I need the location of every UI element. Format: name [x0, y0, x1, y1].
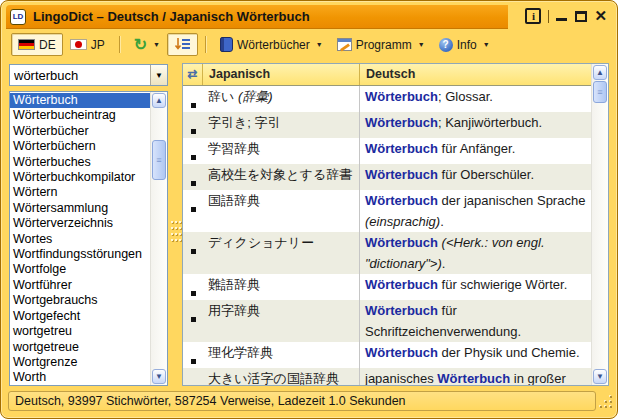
- row-bullet-icon: [183, 190, 203, 232]
- table-header: ⇄ Japanisch Deutsch: [183, 64, 591, 86]
- list-item[interactable]: Wortgebrauchs: [10, 293, 150, 308]
- list-item[interactable]: Wortes: [10, 232, 150, 247]
- book-icon: [220, 37, 233, 52]
- list-item[interactable]: Wörterbuches: [10, 155, 150, 170]
- chevron-down-icon[interactable]: ▼: [483, 41, 490, 48]
- search-combobox: ▼: [9, 64, 168, 86]
- japanese-flag-icon: [70, 39, 87, 50]
- japanese-cell: 大きい活字の国語辞典: [203, 368, 360, 385]
- combo-dropdown-button[interactable]: ▼: [150, 65, 167, 85]
- dictionaries-menu-button[interactable]: Wörterbücher ▼: [213, 33, 330, 56]
- scrollbar-thumb[interactable]: [152, 140, 166, 180]
- list-item[interactable]: Wörtersammlung: [10, 201, 150, 216]
- wordlist: WörterbuchWörterbucheintragWörterbücherW…: [10, 92, 150, 385]
- column-header-deutsch[interactable]: Deutsch: [360, 64, 591, 85]
- table-row[interactable]: 学習辞典Wörterbuch für Anfänger.: [183, 138, 591, 164]
- program-menu-button[interactable]: Programm ▼: [330, 33, 432, 56]
- sort-list-icon: [174, 37, 191, 52]
- swap-columns-icon[interactable]: ⇄: [183, 64, 203, 85]
- maximize-icon[interactable]: [575, 11, 587, 22]
- japanese-cell: 高校生を対象とする辞書: [203, 164, 360, 190]
- chevron-down-icon[interactable]: ▼: [153, 41, 160, 48]
- list-item[interactable]: wortgetreue: [10, 340, 150, 355]
- list-item[interactable]: Wortfolge: [10, 262, 150, 277]
- title-bar[interactable]: LD LingoDict – Deutsch / Japanisch Wörte…: [6, 5, 508, 29]
- list-item[interactable]: Wörterbüchern: [10, 139, 150, 154]
- table-row[interactable]: ディクショナリーWörterbuch (<Herk.: von engl. "d…: [183, 232, 591, 274]
- about-icon[interactable]: i: [525, 8, 541, 24]
- resize-grip-icon[interactable]: [596, 392, 614, 410]
- table-row[interactable]: 理化学辞典Wörterbuch der Physik und Chemie.: [183, 342, 591, 368]
- list-item[interactable]: wortgetreu: [10, 324, 150, 339]
- language-de-button[interactable]: DE: [11, 33, 63, 56]
- chevron-down-icon[interactable]: ▼: [418, 41, 425, 48]
- list-item[interactable]: Wörterbücher: [10, 124, 150, 139]
- german-cell: Wörterbuch; Glossar.: [360, 86, 591, 112]
- german-cell: Wörterbuch; Kanjiwörterbuch.: [360, 112, 591, 138]
- info-menu-button[interactable]: ? Info ▼: [432, 33, 497, 56]
- row-bullet-icon: [183, 300, 203, 342]
- japanese-cell: ディクショナリー: [203, 232, 360, 274]
- scroll-up-icon[interactable]: ▲: [152, 93, 166, 108]
- german-cell: Wörterbuch der Physik und Chemie.: [360, 342, 591, 368]
- chevron-down-icon[interactable]: ▼: [316, 41, 323, 48]
- japanese-cell: 難語辞典: [203, 274, 360, 300]
- list-item[interactable]: Wörterbuch: [10, 93, 150, 108]
- results-table: ⇄ Japanisch Deutsch 辞い (辞彙)Wörterbuch; G…: [182, 63, 609, 386]
- scroll-down-icon[interactable]: ▼: [593, 369, 607, 384]
- japanese-cell: 字引き; 字引: [203, 112, 360, 138]
- refresh-icon: ↻: [134, 37, 147, 53]
- japanese-cell: 理化学辞典: [203, 342, 360, 368]
- list-item[interactable]: Wortgrenze: [10, 355, 150, 370]
- table-row[interactable]: 難語辞典Wörterbuch für schwierige Wörter.: [183, 274, 591, 300]
- list-item[interactable]: Wortgefecht: [10, 309, 150, 324]
- wordlist-scrollbar[interactable]: ▲ ▼: [150, 92, 167, 385]
- german-cell: Wörterbuch der japanischen Sprache (eins…: [360, 190, 591, 232]
- info-menu-label: Info: [457, 38, 477, 52]
- scroll-up-icon[interactable]: ▲: [593, 65, 607, 80]
- search-input[interactable]: [10, 65, 150, 85]
- minimize-icon[interactable]: [556, 9, 568, 23]
- list-item[interactable]: Wörterverzeichnis: [10, 216, 150, 231]
- window-title: LingoDict – Deutsch / Japanisch Wörterbu…: [33, 9, 310, 24]
- japanese-cell: 用字辞典: [203, 300, 360, 342]
- status-bar: Deutsch, 93997 Stichwörter, 587254 Verwe…: [6, 389, 614, 413]
- list-item[interactable]: Wörterbucheintrag: [10, 108, 150, 123]
- language-jp-button[interactable]: JP: [63, 33, 112, 56]
- row-bullet-icon: [183, 112, 203, 138]
- japanese-cell: 国語辞典: [203, 190, 360, 232]
- scrollbar-thumb[interactable]: [593, 81, 607, 103]
- wordlist-panel: WörterbuchWörterbucheintragWörterbücherW…: [9, 91, 168, 386]
- list-item[interactable]: Wörtern: [10, 185, 150, 200]
- panel-splitter[interactable]: [171, 215, 182, 247]
- row-bullet-icon: [183, 164, 203, 190]
- toolbar-separator: [205, 36, 206, 53]
- control-separator: [548, 10, 549, 23]
- table-row[interactable]: 用字辞典Wörterbuch für Schriftzeichenverwend…: [183, 300, 591, 342]
- toolbar: DE JP ↻ ▼ Wörterbücher ▼ Programm: [6, 31, 614, 58]
- list-item[interactable]: Worth: [10, 370, 150, 385]
- row-bullet-icon: [183, 368, 203, 385]
- refresh-button[interactable]: ↻ ▼: [127, 33, 167, 56]
- close-icon[interactable]: ✕: [594, 9, 607, 23]
- list-item[interactable]: Wortfindungsstörungen: [10, 247, 150, 262]
- toolbar-separator: [119, 36, 120, 53]
- row-bullet-icon: [183, 138, 203, 164]
- list-item[interactable]: Wörterbuchkompilator: [10, 170, 150, 185]
- list-item[interactable]: Wortführer: [10, 278, 150, 293]
- column-header-japanisch[interactable]: Japanisch: [203, 64, 360, 85]
- row-bullet-icon: [183, 86, 203, 112]
- table-row[interactable]: 辞い (辞彙)Wörterbuch; Glossar.: [183, 86, 591, 112]
- status-text: Deutsch, 93997 Stichwörter, 587254 Verwe…: [8, 391, 596, 411]
- table-row[interactable]: 国語辞典Wörterbuch der japanischen Sprache (…: [183, 190, 591, 232]
- scroll-down-icon[interactable]: ▼: [152, 369, 166, 384]
- sort-list-button[interactable]: [167, 33, 198, 56]
- german-cell: Wörterbuch für Schriftzeichenverwendung.: [360, 300, 591, 342]
- table-row[interactable]: 大きい活字の国語辞典japanisches Wörterbuch in groß…: [183, 368, 591, 385]
- help-question-icon: ?: [439, 38, 453, 52]
- table-row[interactable]: 字引き; 字引Wörterbuch; Kanjiwörterbuch.: [183, 112, 591, 138]
- table-scrollbar[interactable]: ▲ ▼: [591, 64, 608, 385]
- table-row[interactable]: 高校生を対象とする辞書Wörterbuch für Oberschüler.: [183, 164, 591, 190]
- table-body: 辞い (辞彙)Wörterbuch; Glossar.字引き; 字引Wörter…: [183, 86, 591, 385]
- program-window-icon: [337, 38, 352, 51]
